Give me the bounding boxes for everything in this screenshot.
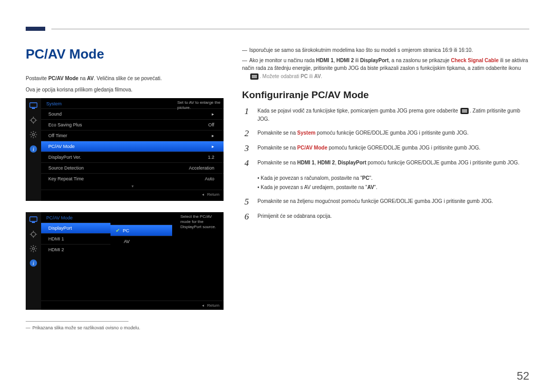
osd-row-offtimer: Off Timer ▸ [41, 130, 224, 141]
osd-sidebar: i [26, 98, 41, 201]
section-subtitle: Konfiguriranje PC/AV Mode [242, 89, 529, 101]
monitor-icon [29, 101, 38, 110]
osd-row-label: DisplayPort Ver. [48, 155, 81, 160]
note-2-line2: . Možete odabrati PC ili AV. [249, 72, 529, 81]
osd-row-value: Auto [205, 176, 214, 181]
dash-icon: ― [242, 47, 247, 53]
bullet-pc: Kada je povezan s računalom, postavite n… [257, 174, 529, 183]
text: ". [369, 175, 373, 181]
svg-rect-0 [30, 103, 37, 107]
osd-row-label: Off Timer [48, 133, 67, 138]
osd-row-value: Acceleration [189, 165, 214, 171]
osd-row-label: Source Detection [48, 165, 84, 171]
step-number: 6 [242, 212, 251, 221]
triangle-left-icon: ◂ [202, 303, 204, 308]
svg-rect-18 [462, 111, 467, 111]
text: Kada je povezan s računalom, postavite n… [261, 175, 362, 181]
osd-option-av: AV [110, 236, 172, 247]
chevron-right-icon: ▸ [212, 111, 214, 117]
text: Ako je monitor u načinu rada [249, 58, 316, 63]
info-icon: i [29, 258, 38, 268]
osd-row-label: PC/AV Mode [48, 144, 75, 149]
svg-rect-14 [252, 76, 257, 77]
osd-row-label: DisplayPort [48, 226, 72, 231]
footnote: ―Prikazana slika može se razlikovati ovi… [26, 325, 224, 332]
osd-row-label: Key Repeat Time [48, 176, 84, 181]
osd-row-sourcedet: Source Detection Acceleration [41, 162, 224, 173]
step-number: 2 [242, 129, 251, 138]
steps-list: 1 Kada se pojavi vodič za funkcijske tip… [242, 107, 529, 221]
step-3: 3 Pomaknite se na PC/AV Mode pomoću funk… [242, 144, 529, 153]
text-bold: HDMI 2 [318, 160, 335, 165]
osd-return-label: Return [207, 303, 219, 308]
page-title: PC/AV Mode [26, 46, 224, 62]
text-grey: . [321, 73, 322, 79]
osd-row-value: 1.2 [208, 155, 214, 160]
chevron-right-icon: ▸ [212, 144, 214, 149]
sub-bullets: Kada je povezan s računalom, postavite n… [257, 174, 529, 192]
osd-row-label: Sound [48, 111, 62, 117]
header-rule [51, 29, 529, 29]
text-bold: HDMI 1 [297, 160, 314, 165]
footnote-rule [26, 321, 128, 322]
note-2: ―Ako je monitor u načinu rada HDMI 1, HD… [242, 57, 529, 81]
text-red-bold: Check Signal Cable [451, 58, 498, 63]
step-number: 5 [242, 197, 251, 206]
text-grey-bold: PC [301, 73, 308, 79]
text-grey-bold: AV [314, 73, 321, 79]
menu-icon [250, 73, 258, 80]
osd-header: PC/AV Mode [41, 212, 110, 222]
text-red-bold: System [297, 130, 316, 136]
osd-tooltip: Set to AV to enlarge the picture. [177, 100, 221, 110]
svg-text:i: i [32, 260, 34, 266]
text: pomoću funkcije GORE/DOLJE gumba JOG i p… [327, 145, 480, 151]
osd-row-dpver: DisplayPort Ver. 1.2 [41, 152, 224, 162]
step-number: 3 [242, 144, 251, 153]
svg-rect-6 [30, 217, 37, 221]
text-bold: AV [87, 76, 94, 81]
osd-screenshot-pcav: i PC/AV Mode DisplayPort HDMI 1 HDMI 2 [26, 212, 224, 310]
svg-point-2 [31, 118, 35, 122]
osd-return-bar: ◂Return [41, 301, 224, 310]
gear-icon [29, 244, 38, 253]
svg-rect-1 [32, 108, 35, 109]
osd-row-label: Eco Saving Plus [48, 122, 82, 127]
osd-row-hdmi2: HDMI 2 [41, 244, 110, 255]
svg-text:i: i [32, 146, 34, 152]
text: Pomaknite se na [257, 160, 297, 165]
step-text: Pomaknite se na HDMI 1, HDMI 2, DisplayP… [257, 159, 529, 167]
header-accent-bar [26, 27, 45, 31]
bullet-av: Kada je povezan s AV uređajem, postavite… [257, 183, 529, 192]
check-icon: ✔ [116, 228, 120, 233]
svg-rect-15 [252, 77, 257, 78]
footnote-text: Prikazana slika može se razlikovati ovis… [32, 325, 140, 330]
svg-point-8 [31, 232, 35, 236]
step-text: Primijenit će se odabrana opcija. [257, 212, 529, 220]
osd-row-label: HDMI 1 [48, 236, 64, 241]
note-1: ―Isporučuje se samo sa širokokutnim mode… [242, 46, 529, 54]
osd-row-value: Off [208, 122, 214, 127]
step-number: 4 [242, 159, 251, 167]
text-bold: AV [367, 184, 374, 190]
text: Pomaknite se na [257, 130, 297, 136]
text: ". [374, 184, 377, 190]
osd-row-hdmi1: HDMI 1 [41, 233, 110, 244]
osd-option-pc: ✔ PC [110, 225, 172, 236]
dash-icon: ― [26, 325, 30, 330]
text: Postavite [26, 76, 48, 81]
text: ili [354, 58, 360, 63]
text: . Veličina slike će se povećati. [94, 76, 161, 81]
svg-rect-19 [462, 112, 467, 113]
text: Kada je povezan s AV uređajem, postavite… [261, 184, 367, 190]
intro-line-1: Postavite PC/AV Mode na AV. Veličina sli… [26, 74, 224, 83]
text: Isporučuje se samo sa širokokutnim model… [249, 47, 473, 53]
osd-screenshot-system: i System Set to AV to enlarge the pictur… [26, 98, 224, 201]
text: na [79, 76, 87, 81]
text: pomoću funkcije GORE/DOLJE gumba JOG i p… [316, 130, 469, 136]
osd-return-bar: ◂Return [41, 190, 224, 199]
osd-row-keyrepeat: Key Repeat Time Auto [41, 173, 224, 184]
text: Kada se pojavi vodič za funkcijske tipke… [257, 108, 459, 114]
osd-tooltip: Select the PC/AV mode for the DisplayPor… [180, 214, 221, 230]
monitor-icon [29, 215, 38, 225]
step-4: 4 Pomaknite se na HDMI 1, HDMI 2, Displa… [242, 159, 529, 167]
